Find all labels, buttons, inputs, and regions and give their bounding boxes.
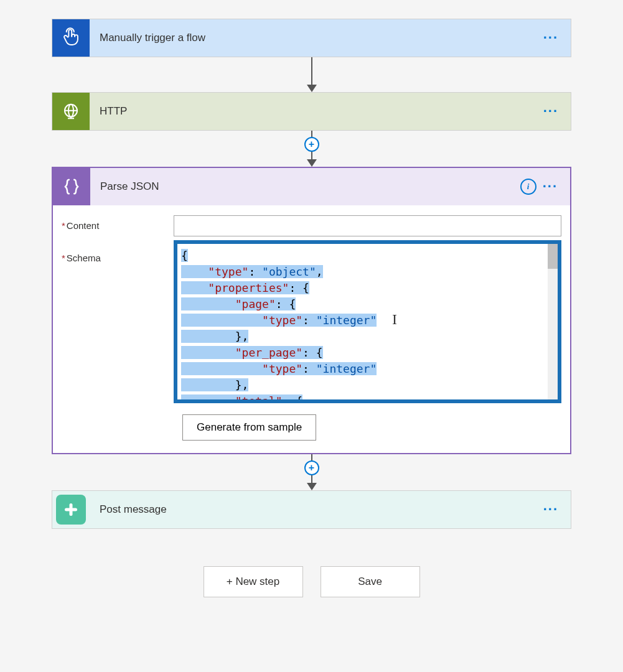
step-http[interactable]: HTTP ··· <box>52 92 571 131</box>
step-post-message[interactable]: Post message ··· <box>52 490 571 529</box>
step-body: *Content *Schema { "type": "object", "pr… <box>53 205 570 453</box>
step-header-parse-json[interactable]: Parse JSON i ··· <box>53 168 570 205</box>
more-icon[interactable]: ··· <box>543 506 558 513</box>
step-trigger[interactable]: Manually trigger a flow ··· <box>52 19 571 57</box>
connector-arrow <box>307 57 317 92</box>
more-icon[interactable]: ··· <box>543 108 558 114</box>
step-header-http[interactable]: HTTP ··· <box>52 93 571 130</box>
generate-from-sample-button[interactable]: Generate from sample <box>182 414 316 441</box>
flow-canvas: Manually trigger a flow ··· HTTP <box>0 0 623 597</box>
save-button[interactable]: Save <box>321 566 420 597</box>
scrollbar-thumb[interactable] <box>548 244 558 269</box>
step-title: Parse JSON <box>90 180 520 193</box>
info-icon[interactable]: i <box>520 179 536 195</box>
step-title: HTTP <box>90 105 543 118</box>
footer-buttons: + New step Save <box>204 566 420 597</box>
slack-icon <box>56 495 86 525</box>
step-title: Post message <box>90 503 543 516</box>
connector-arrow: + <box>307 454 317 490</box>
more-icon[interactable]: ··· <box>543 184 558 190</box>
step-header-post-message[interactable]: Post message ··· <box>52 491 571 528</box>
connector-arrow: + <box>307 131 317 167</box>
content-field-row: *Content <box>62 215 561 236</box>
braces-icon <box>53 168 90 205</box>
step-parse-json: Parse JSON i ··· *Content *Schema { "typ… <box>52 167 571 454</box>
add-step-button[interactable]: + <box>304 460 319 475</box>
schema-highlight-box: { "type": "object", "properties": { "pag… <box>174 240 561 403</box>
text-cursor-icon: I <box>392 311 397 328</box>
step-title: Manually trigger a flow <box>90 32 543 44</box>
globe-icon <box>52 93 90 130</box>
more-icon[interactable]: ··· <box>543 35 558 41</box>
content-label: *Content <box>62 215 174 231</box>
svg-rect-6 <box>70 503 73 516</box>
new-step-button[interactable]: + New step <box>204 566 303 597</box>
schema-input[interactable]: { "type": "object", "properties": { "pag… <box>177 244 558 399</box>
content-input[interactable] <box>174 215 561 236</box>
schema-label: *Schema <box>62 240 174 403</box>
tap-icon <box>52 19 90 57</box>
step-header-trigger[interactable]: Manually trigger a flow ··· <box>52 19 571 57</box>
add-step-button[interactable]: + <box>304 137 319 152</box>
schema-field-row: *Schema { "type": "object", "properties"… <box>62 240 561 403</box>
